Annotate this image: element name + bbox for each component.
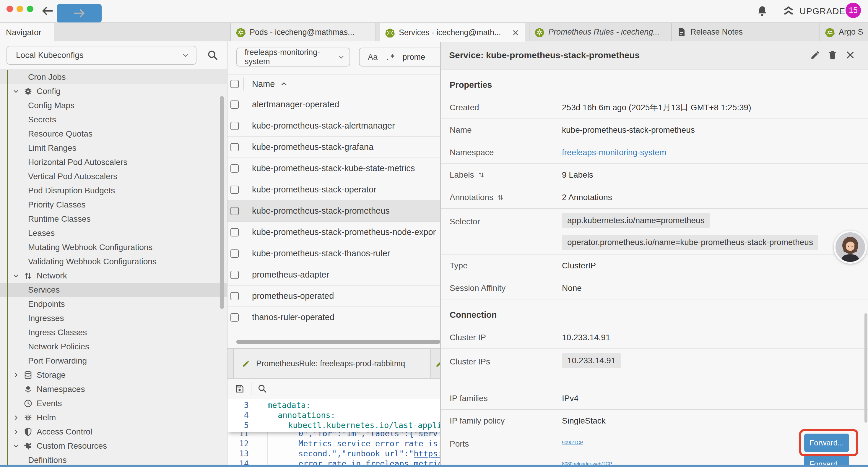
horizontal-scrollbar[interactable] [236,340,440,344]
sidebar-item-ingress-classes[interactable]: Ingress Classes [0,325,227,340]
sidebar-item-cron-jobs[interactable]: Cron Jobs [0,70,227,84]
namespace-link[interactable]: freeleaps-monitoring-system [562,148,666,157]
dock-tab-partial[interactable] [431,349,440,378]
sidebar-item-config-maps[interactable]: Config Maps [0,98,227,113]
table-row[interactable]: prometheus-adapter [227,264,440,286]
row-checkbox[interactable] [230,292,239,300]
table-row[interactable]: thanos-ruler-operated [227,307,440,328]
chevron-right-icon[interactable] [12,372,24,379]
row-checkbox[interactable] [230,313,239,322]
row-checkbox[interactable] [230,271,239,279]
tab-pods[interactable]: Pods - icecheng@mathmas... [230,23,376,41]
sidebar-item-network[interactable]: Network [0,269,227,283]
row-checkbox[interactable] [230,100,239,109]
row-checkbox[interactable] [230,164,239,173]
traffic-light-minimize[interactable] [17,6,23,12]
sidebar-item-priority-classes[interactable]: Priority Classes [0,198,227,212]
tab-close-icon[interactable] [512,29,519,37]
sidebar-item-vertical-pod-autoscalers[interactable]: Vertical Pod Autoscalers [0,169,227,183]
sidebar-item-port-forwarding[interactable]: Port Forwarding [0,354,227,368]
namespace-select[interactable]: freeleaps-monitoring-system [236,48,350,66]
sidebar-item-access-control[interactable]: Access Control [0,425,227,439]
chevron-down-icon[interactable] [12,442,24,449]
sidebar-item-namespaces[interactable]: Namespaces [0,382,227,396]
detail-scrollbar[interactable] [864,313,867,423]
sidebar-item-helm[interactable]: Helm [0,411,227,425]
tab-argo[interactable]: Argo Se [819,23,868,41]
yaml-editor[interactable]: 110","for":"1m","labels":{"service":"12M… [227,399,440,465]
table-row[interactable]: alertmanager-operated [227,94,440,115]
chevron-right-icon[interactable] [12,428,24,435]
notifications-bell-icon[interactable] [756,5,768,17]
sidebar-item-config[interactable]: Config [0,84,227,98]
kubeconfig-select[interactable]: Local Kubeconfigs [6,46,196,65]
tab-services[interactable]: Services - icecheng@math... [380,23,525,42]
user-avatar[interactable] [834,231,867,264]
sidebar-item-leases[interactable]: Leases [0,226,227,240]
port-link[interactable]: 8080:reloader-web/TCP [562,461,612,465]
sidebar-scrollbar[interactable] [220,96,224,309]
save-icon[interactable] [235,384,245,394]
sidebar-item-events[interactable]: Events [0,396,227,411]
sidebar-item-custom-resources[interactable]: Custom Resources [0,439,227,453]
select-all-checkbox[interactable] [230,80,239,88]
close-icon[interactable] [845,50,856,60]
regex-toggle[interactable]: .* [385,53,395,62]
table-row[interactable]: kube-prometheus-stack-thanos-ruler [227,243,440,264]
row-checkbox[interactable] [230,143,239,151]
notification-count-badge[interactable]: 15 [845,3,861,18]
sidebar-item-definitions[interactable]: Definitions [0,453,227,465]
sidebar-item-horizontal-pod-autoscalers[interactable]: Horizontal Pod Autoscalers [0,155,227,169]
sort-updown-icon[interactable] [478,171,485,178]
tab-release-notes[interactable]: Release Notes [671,23,819,41]
upgrade-button[interactable]: UPGRADE [782,4,845,18]
forward-icon[interactable] [57,4,102,23]
table-row[interactable]: kube-prometheus-stack-operator [227,179,440,200]
tab-prometheus-rules[interactable]: Prometheus Rules - icecheng... [529,23,671,41]
table-row[interactable]: prometheus-operated [227,286,440,307]
sort-updown-icon[interactable] [497,194,504,201]
sidebar-item-runtime-classes[interactable]: Runtime Classes [0,212,227,226]
chevron-right-icon[interactable] [12,414,24,421]
sidebar-item-mutating-webhook-configurations[interactable]: Mutating Webhook Configurations [0,240,227,255]
sidebar-item-storage[interactable]: Storage [0,368,227,382]
table-row[interactable]: kube-prometheus-stack-prometheus [227,200,440,222]
row-checkbox[interactable] [230,207,239,215]
back-icon[interactable] [41,4,54,18]
sidebar-item-pod-disruption-budgets[interactable]: Pod Disruption Budgets [0,183,227,198]
traffic-light-close[interactable] [6,6,13,12]
editor-search-icon[interactable] [257,384,267,394]
row-checkbox[interactable] [230,122,239,130]
traffic-light-maximize[interactable] [27,6,33,12]
sort-ascending-icon[interactable] [280,80,288,88]
sidebar-item-ingresses[interactable]: Ingresses [0,311,227,325]
sidebar-item-validating-webhook-configurations[interactable]: Validating Webhook Configurations [0,255,227,269]
sidebar-item-secrets[interactable]: Secrets [0,113,227,127]
match-case-toggle[interactable]: Aa [368,53,378,62]
sidebar-item-limit-ranges[interactable]: Limit Ranges [0,141,227,155]
dock-tab-prometheusrule[interactable]: PrometheusRule: freeleaps-prod-rabbitmq [234,349,431,378]
sidebar-item-network-policies[interactable]: Network Policies [0,340,227,354]
filter-input[interactable]: Aa .* prome [359,48,440,66]
chevron-down-icon[interactable] [12,272,24,279]
detail-value: kube-prometheus-stack-prometheus [562,125,695,135]
row-checkbox[interactable] [230,228,239,236]
delete-trash-icon[interactable] [827,50,838,60]
chevron-down-icon[interactable] [12,88,24,95]
edit-pencil-icon[interactable] [810,50,821,60]
editor-line: 13second.","runbook_url":"https://net [227,449,440,459]
navigator-panel-tab[interactable]: Navigator [0,23,54,42]
table-row[interactable]: kube-prometheus-stack-prometheus-node-ex… [227,222,440,243]
table-row[interactable]: kube-prometheus-stack-alertmanager [227,115,440,137]
sidebar-item-resource-quotas[interactable]: Resource Quotas [0,127,227,141]
sidebar-item-services[interactable]: Services [0,283,227,297]
port-link[interactable]: 9090/TCP [562,440,583,445]
column-header-name[interactable]: Name [252,79,275,89]
table-row[interactable]: kube-prometheus-stack-kube-state-metrics [227,158,440,179]
table-row[interactable]: kube-prometheus-stack-grafana [227,137,440,158]
row-checkbox[interactable] [230,250,239,258]
sidebar-item-endpoints[interactable]: Endpoints [0,297,227,311]
row-checkbox[interactable] [230,185,239,194]
search-icon[interactable] [207,49,219,61]
detail-row-selector: Selectorapp.kubernetes.io/name=prometheu… [441,209,868,255]
